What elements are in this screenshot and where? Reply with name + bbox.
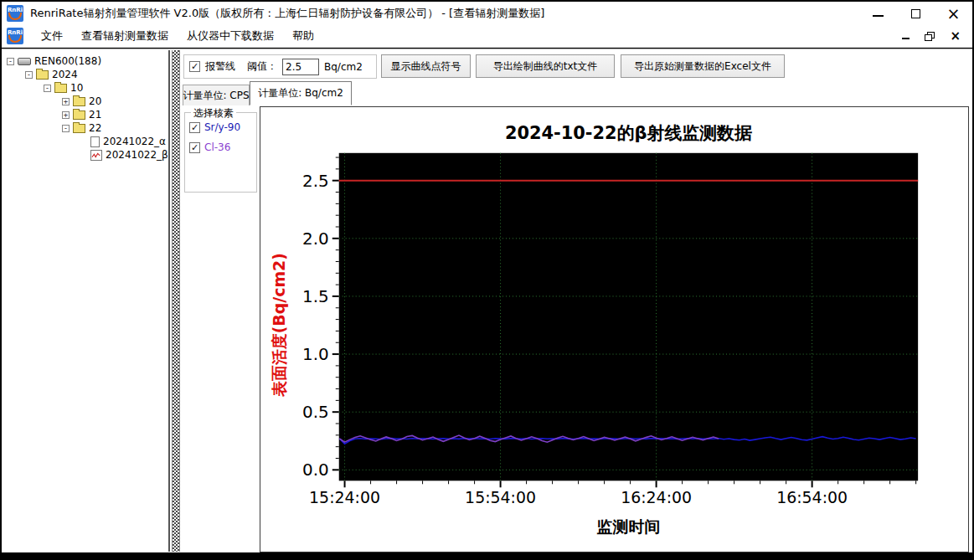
tree-item-label: 21 (89, 109, 101, 121)
svg-text:16:54:00: 16:54:00 (776, 488, 848, 506)
document-icon (90, 136, 100, 147)
plot-area (339, 153, 918, 481)
beta-chart-panel: 0.00.51.01.52.02.515:24:0015:54:0016:24:… (260, 106, 969, 552)
tree-item-label: 2024 (52, 69, 78, 80)
expand-expander-icon[interactable]: + (62, 111, 70, 119)
tree-item-ren600[interactable]: -REN600(188) (7, 54, 168, 68)
svg-text:15:54:00: 15:54:00 (465, 488, 536, 506)
threshold-input[interactable] (282, 59, 319, 75)
tree-item-21[interactable]: +21 (62, 108, 168, 121)
mdi-minimize-icon[interactable] (902, 33, 910, 39)
mdi-window-controls: × (902, 30, 972, 43)
titlebar: RnRi RenriRate辐射剂量管理软件 V2.0版（版权所有：上海仁日辐射… (2, 2, 972, 25)
minimize-button[interactable] (859, 3, 897, 24)
mdi-restore-icon[interactable] (925, 32, 935, 41)
alarm-line-label: 报警线 (205, 59, 235, 74)
tree-item-20[interactable]: +20 (62, 95, 168, 108)
app-icon-swoosh (8, 13, 22, 20)
mdi-child-icon: RnRi (7, 28, 23, 44)
nuclide-label: Sr/y-90 (204, 121, 240, 133)
device-icon (18, 58, 31, 65)
window-controls: × (859, 3, 972, 24)
content-area: -REN600(188)-2024-10+20+21-2220241022_α2… (2, 49, 972, 552)
svg-text:2.0: 2.0 (302, 229, 329, 249)
window-title: RenriRate辐射剂量管理软件 V2.0版（版权所有：上海仁日辐射防护设备有… (30, 6, 544, 21)
tree-item-20241022-beta[interactable]: 20241022_β (90, 148, 168, 162)
main-panel: ✓ 报警线 阈值： Bq/cm2 显示曲线点符号 导出绘制曲线的txt文件 导出… (182, 49, 971, 552)
nuclide-list: ✓Sr/y-90✓Cl-36 (185, 121, 256, 153)
export-txt-button[interactable]: 导出绘制曲线的txt文件 (476, 54, 615, 78)
threshold-unit-label: Bq/cm2 (324, 61, 363, 73)
tree-item-label: 20241022_β (106, 149, 168, 161)
svg-text:0.0: 0.0 (302, 460, 329, 480)
collapse-expander-icon[interactable]: - (7, 58, 14, 65)
tree-item-22[interactable]: -22 (62, 121, 168, 135)
nuclide-groupbox: 选择核素 ✓Sr/y-90✓Cl-36 (184, 112, 257, 193)
svg-text:2.5: 2.5 (302, 172, 329, 191)
expand-expander-icon[interactable]: + (62, 98, 70, 105)
chart-file-icon (90, 150, 102, 161)
threshold-label: 阈值： (247, 59, 277, 74)
menubar: RnRi 文件查看辐射测量数据从仪器中下载数据帮助 × (2, 25, 972, 48)
tree-item-label: 22 (89, 122, 101, 134)
app-window: RnRi RenriRate辐射剂量管理软件 V2.0版（版权所有：上海仁日辐射… (0, 0, 974, 560)
menu-item-view-data[interactable]: 查看辐射测量数据 (72, 25, 178, 47)
tree-item-2024[interactable]: -2024 (25, 68, 168, 81)
svg-text:1.0: 1.0 (302, 345, 329, 364)
tree-item-label: 20241022_α (103, 136, 166, 147)
folder-icon (73, 124, 85, 133)
tree-item-label: 10 (70, 82, 83, 94)
app-icon: RnRi (7, 5, 23, 22)
alarm-line-checkbox[interactable]: ✓ (189, 61, 200, 72)
folder-icon (73, 97, 85, 106)
show-curve-points-button[interactable]: 显示曲线点符号 (381, 54, 471, 78)
menu-item-file[interactable]: 文件 (32, 25, 72, 47)
tree-item-label: 20 (89, 95, 101, 107)
folder-icon (36, 70, 49, 80)
svg-text:1.5: 1.5 (302, 287, 329, 306)
nuclide-checkbox-cl-36[interactable]: ✓ (189, 142, 200, 153)
tab-unit-bqcm2[interactable]: 计量单位: Bq/cm2 (250, 81, 352, 105)
nuclide-item-sr-y-90[interactable]: ✓Sr/y-90 (189, 121, 256, 133)
export-excel-button[interactable]: 导出原始测量数据的Excel文件 (621, 54, 785, 78)
beta-chart: 0.00.51.01.52.02.515:24:0015:54:0016:24:… (260, 107, 968, 552)
y-axis-label: 表面活度(Bq/cm2) (270, 253, 288, 398)
close-icon: × (947, 6, 961, 22)
nuclide-item-cl-36[interactable]: ✓Cl-36 (189, 141, 256, 153)
mdi-close-icon[interactable]: × (950, 30, 961, 43)
svg-text:0.5: 0.5 (302, 403, 329, 422)
chart-title: 2024-10-22的β射线监测数据 (505, 123, 752, 143)
collapse-expander-icon[interactable]: - (62, 125, 70, 132)
panel-splitter[interactable] (172, 50, 180, 552)
menu-items: 文件查看辐射测量数据从仪器中下载数据帮助 (32, 25, 323, 47)
device-tree-panel: -REN600(188)-2024-10+20+21-2220241022_α2… (2, 50, 170, 552)
nuclide-label: Cl-36 (204, 141, 230, 153)
folder-icon (73, 110, 85, 120)
maximize-button[interactable] (897, 3, 935, 24)
minimize-icon (873, 10, 884, 17)
svg-text:15:24:00: 15:24:00 (309, 488, 380, 506)
folder-icon (54, 84, 67, 93)
menu-item-help[interactable]: 帮助 (283, 25, 323, 47)
tree-item-10[interactable]: -10 (44, 81, 168, 95)
maximize-icon (911, 9, 920, 18)
x-axis-label: 监测时间 (597, 517, 661, 536)
alarm-groupbox: ✓ 报警线 阈值： Bq/cm2 (183, 54, 377, 79)
nuclide-groupbox-title: 选择核素 (191, 106, 236, 121)
close-button[interactable]: × (935, 3, 972, 24)
collapse-expander-icon[interactable]: - (44, 85, 51, 92)
nuclide-checkbox-sr-y-90[interactable]: ✓ (189, 122, 200, 133)
menu-item-download-data[interactable]: 从仪器中下载数据 (178, 25, 283, 47)
collapse-expander-icon[interactable]: - (25, 71, 33, 79)
svg-text:16:24:00: 16:24:00 (621, 488, 692, 506)
tab-unit-cps[interactable]: 计量单位: CPS (183, 85, 250, 105)
tree-item-label: REN600(188) (34, 55, 101, 67)
tree-item-20241022-alpha[interactable]: 20241022_α (90, 135, 168, 148)
